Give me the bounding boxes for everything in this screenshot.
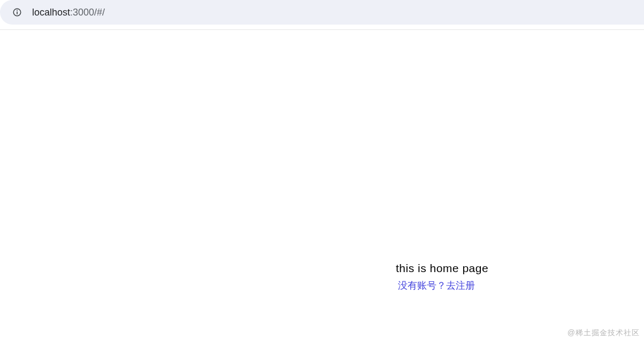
- page-title: this is home page: [396, 262, 488, 275]
- divider: [0, 29, 644, 30]
- content-area: this is home page 没有账号？去注册: [396, 262, 488, 292]
- url-text: localhost:3000/#/: [32, 7, 105, 18]
- info-icon[interactable]: [12, 7, 22, 18]
- address-bar[interactable]: localhost:3000/#/: [0, 0, 644, 25]
- url-port-path: :3000/#/: [70, 7, 105, 18]
- register-link[interactable]: 没有账号？去注册: [398, 279, 475, 292]
- watermark: @稀土掘金技术社区: [568, 328, 640, 338]
- url-host: localhost: [32, 7, 70, 18]
- svg-point-2: [17, 10, 18, 11]
